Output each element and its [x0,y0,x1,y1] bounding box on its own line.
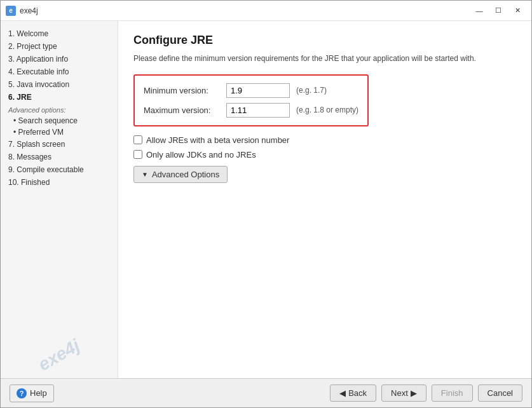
minimum-version-hint: (e.g. 1.7) [296,86,327,95]
help-label: Help [30,388,47,398]
maximum-version-label: Maximum version: [144,105,220,115]
sidebar-item-search-sequence[interactable]: Search sequence [1,115,118,126]
advanced-options-label: Advanced Options [152,170,219,179]
back-button[interactable]: ◀ Back [330,384,376,402]
sidebar-item-splash-screen[interactable]: 7. Splash screen [1,138,118,151]
beta-version-label: Allow JREs with a beta version number [146,135,289,145]
next-button[interactable]: Next ▶ [381,384,426,402]
back-label: Back [348,388,367,398]
sidebar-item-messages[interactable]: 8. Messages [1,151,118,163]
title-bar-controls: — ☐ ✕ [470,4,526,17]
cancel-button[interactable]: Cancel [478,384,522,402]
window-title: exe4j [20,6,38,15]
close-button[interactable]: ✕ [508,4,526,17]
finish-button[interactable]: Finish [432,384,473,402]
dropdown-arrow-icon: ▼ [142,171,148,178]
sidebar-item-finished[interactable]: 10. Finished [1,176,118,189]
help-button[interactable]: ? Help [10,384,54,402]
advanced-options-button[interactable]: ▼ Advanced Options [133,166,228,183]
footer: ? Help ◀ Back Next ▶ Finish Cancel [1,378,531,407]
sidebar-watermark: exe4j [3,317,114,378]
help-icon: ? [17,388,27,398]
content-area: 1. Welcome 2. Project type 3. Applicatio… [1,21,531,378]
main-content: Configure JRE Please define the minimum … [118,21,531,378]
sidebar-item-executable-info[interactable]: 4. Executable info [1,65,118,78]
jdk-only-label: Only allow JDKs and no JREs [146,150,256,160]
back-arrow-icon: ◀ [339,388,346,398]
minimum-version-label: Minimum version: [144,86,220,95]
sidebar: 1. Welcome 2. Project type 3. Applicatio… [1,21,118,378]
beta-version-checkbox[interactable] [133,135,142,144]
sidebar-item-compile-executable[interactable]: 9. Compile executable [1,163,118,176]
maximum-version-row: Maximum version: (e.g. 1.8 or empty) [144,103,358,118]
maximum-version-input[interactable] [226,103,290,118]
maximize-button[interactable]: ☐ [489,4,507,17]
minimum-version-input[interactable] [226,83,290,98]
page-title: Configure JRE [133,34,516,47]
jdk-only-checkbox-row: Only allow JDKs and no JREs [133,150,516,160]
sidebar-item-welcome[interactable]: 1. Welcome [1,27,118,40]
version-requirements-box: Minimum version: (e.g. 1.7) Maximum vers… [133,74,369,126]
title-bar: e exe4j — ☐ ✕ [1,1,531,21]
sidebar-item-jre[interactable]: 6. JRE [1,91,118,104]
sidebar-item-preferred-vm[interactable]: Preferred VM [1,126,118,138]
sidebar-item-project-type[interactable]: 2. Project type [1,40,118,53]
sidebar-item-application-info[interactable]: 3. Application info [1,53,118,65]
next-label: Next [391,388,408,398]
finish-label: Finish [441,388,463,398]
beta-version-checkbox-row: Allow JREs with a beta version number [133,135,516,145]
minimum-version-row: Minimum version: (e.g. 1.7) [144,83,358,98]
jdk-only-checkbox[interactable] [133,150,142,159]
next-arrow-icon: ▶ [411,388,417,398]
main-window: e exe4j — ☐ ✕ 1. Welcome 2. Project type… [0,0,532,408]
sidebar-advanced-options-label: Advanced options: [1,104,118,115]
sidebar-item-java-invocation[interactable]: 5. Java invocation [1,78,118,91]
title-bar-left: e exe4j [6,6,38,16]
app-icon: e [6,6,16,16]
page-description: Please define the minimum version requir… [133,53,516,64]
cancel-label: Cancel [488,388,513,398]
maximum-version-hint: (e.g. 1.8 or empty) [296,105,358,114]
minimize-button[interactable]: — [470,4,488,17]
